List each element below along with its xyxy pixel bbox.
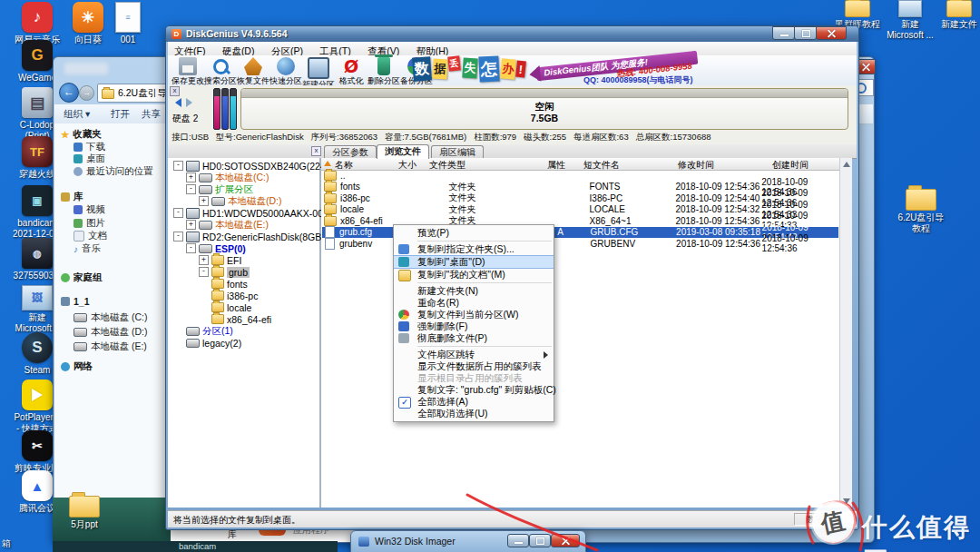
tree-item-extended[interactable]: -扩展分区 <box>186 183 253 195</box>
tree-item-partition1[interactable]: 分区(1) <box>186 325 233 337</box>
share-button[interactable]: 共享 <box>142 108 161 121</box>
close-button[interactable] <box>816 26 847 40</box>
printer-icon: ▤ <box>22 87 53 118</box>
tree-close-icon[interactable]: x <box>311 146 321 156</box>
tree-item-disk-d[interactable]: +本地磁盘(D:) <box>199 195 282 207</box>
disk-overview: x 硬盘 2 空闲 7.5GB 接口:USB 型号:GenericFlashDi… <box>168 85 857 145</box>
sidebar-downloads[interactable]: 下载 <box>74 141 105 153</box>
tree-item-legacy[interactable]: legacy(2) <box>186 337 241 349</box>
tree-item-efi[interactable]: +EFI <box>199 254 241 266</box>
document-icon <box>898 0 922 17</box>
folder-icon <box>102 89 114 99</box>
forward-button[interactable]: → <box>79 85 94 101</box>
tree-item-hd0[interactable]: -HD0:SOTOSSDXB240G(224GB) <box>173 160 342 172</box>
menu-item-wipe-delete[interactable]: 彻底删除文件(P) <box>394 332 554 344</box>
file-icon <box>325 238 335 250</box>
sidebar-homegroup[interactable]: 家庭组 <box>61 271 103 284</box>
back-button[interactable]: ← <box>59 83 79 103</box>
partition-bar-cyan[interactable] <box>230 88 237 130</box>
save-changes-button[interactable]: 保存更改 <box>172 57 204 85</box>
menu-item-rename[interactable]: 重命名(R) <box>394 297 554 309</box>
menu-item-preview[interactable]: 预览(P) <box>394 227 554 239</box>
desktop-icon-new-file[interactable]: 新建文件 <box>931 0 980 30</box>
desktop-icon-netease[interactable]: ♪ 网易云音乐 <box>9 2 65 45</box>
recover-files-button[interactable]: 恢复文件 <box>237 57 270 85</box>
drive-icon <box>74 342 87 351</box>
panel-close-icon[interactable]: x <box>170 86 180 96</box>
menu-item-force-delete[interactable]: 强制删除(F) <box>394 320 554 332</box>
desktop-icon-001[interactable]: ≡ 001 <box>100 2 156 45</box>
menu-item-copy-text[interactable]: 复制文字: "grub.cfg" 到剪贴板(C) <box>394 384 554 396</box>
collapse-icon[interactable]: - <box>173 161 183 171</box>
search-partition-button[interactable]: 搜索分区 <box>204 57 237 85</box>
image-file-icon: ◍ <box>22 238 53 269</box>
scroll-down-icon[interactable] <box>843 498 850 504</box>
sidebar-drive-e[interactable]: 本地磁盘 (E:) <box>74 340 147 353</box>
bandicam-titlebar-strip: bandicam <box>53 541 338 552</box>
sidebar-desktop[interactable]: 桌面 <box>74 153 105 165</box>
menu-item-copy-to-folder[interactable]: 复制到指定文件夹(S)... <box>394 243 554 255</box>
maximize-button[interactable] <box>794 26 817 40</box>
imager-app-icon <box>358 537 369 547</box>
scroll-up-icon[interactable] <box>843 162 850 167</box>
open-button[interactable]: 打开 <box>111 108 130 121</box>
menu-item-deselect-all[interactable]: 全部取消选择(U) <box>394 408 554 419</box>
titlebar[interactable]: D DiskGenius V4.9.6.564 <box>166 26 858 42</box>
tree-item-disk-c[interactable]: +本地磁盘(C:) <box>186 172 270 183</box>
promo-tile: 数 <box>412 56 432 81</box>
desktop-icon-new-microsoft[interactable]: 新建Microsoft ... <box>882 0 938 41</box>
imager-maximize-button[interactable] <box>529 534 551 547</box>
delete-partition-button[interactable]: 删除分区 <box>368 57 400 85</box>
tab-browse-files[interactable]: 浏览文件 <box>377 144 429 159</box>
videos-icon <box>74 205 83 214</box>
menu-item-sector-jump[interactable]: 文件扇区跳转 <box>394 349 554 360</box>
prev-disk-arrow[interactable] <box>175 98 181 107</box>
sidebar-documents[interactable]: 文档 <box>74 230 107 242</box>
menu-separator <box>417 346 552 347</box>
quick-partition-button[interactable]: 快速分区 <box>270 57 302 85</box>
minimize-button[interactable] <box>772 26 795 40</box>
sidebar-drive-d[interactable]: 本地磁盘 (D:) <box>74 326 147 339</box>
imager-minimize-button[interactable] <box>507 534 529 547</box>
format-button[interactable]: Ø格式化 <box>335 57 368 85</box>
organize-button[interactable]: 组织 ▾ <box>64 108 90 121</box>
tab-partition-params[interactable]: 分区参数 <box>324 145 377 159</box>
sidebar-computer[interactable]: 1_1 <box>61 296 90 307</box>
menu-item-copy-to-partition[interactable]: 复制文件到当前分区(W) <box>394 309 554 320</box>
sidebar-pictures[interactable]: 图片 <box>74 217 105 230</box>
free-space-block[interactable]: 空闲 7.5GB <box>240 88 848 130</box>
sidebar-videos[interactable]: 视频 <box>74 203 105 216</box>
desktop-icon-usb-boot-tutorial[interactable]: 6.2U盘引导教程 <box>893 182 949 234</box>
next-disk-arrow[interactable] <box>186 98 192 107</box>
sidebar-music[interactable]: ♪音乐 <box>74 242 101 255</box>
menu-item-copy-to-documents[interactable]: 复制到"我的文档"(M) <box>394 269 554 281</box>
win32-disk-imager-window[interactable]: Win32 Disk Imager <box>350 530 586 552</box>
menu-item-select-all[interactable]: ✓全部选择(A) <box>394 396 554 408</box>
tree-lib-label[interactable]: 库 <box>228 528 237 541</box>
tree-item-grub[interactable]: -grub <box>199 266 250 278</box>
file-list-header[interactable]: 名称 大小 文件类型 属性 短文件名 修改时间 创建时间 <box>321 158 839 171</box>
menu-item-show-root-clusters: 显示根目录占用的簇列表 <box>394 372 554 384</box>
promo-tile: ! <box>515 61 526 78</box>
partition-bar-blue[interactable] <box>221 88 229 130</box>
desktop-icon-may-ppt[interactable]: 5月ppt <box>56 496 113 530</box>
tree-item-x86-64-efi[interactable]: x86_64-efi <box>211 313 271 325</box>
save-icon <box>179 57 197 75</box>
sidebar-libraries[interactable]: 库 <box>61 191 83 203</box>
menu-item-new-folder[interactable]: 新建文件夹(N) <box>394 285 554 297</box>
pictures-icon <box>74 219 83 228</box>
tree-item-rd2[interactable]: -RD2:GenericFlashDisk(8GB) <box>173 231 325 242</box>
file-list-scrollbar[interactable] <box>839 158 852 508</box>
menu-item-show-cluster-list[interactable]: 显示文件数据所占用的簇列表 <box>394 360 554 372</box>
partition-bar-pink[interactable] <box>213 88 220 130</box>
new-partition-button[interactable]: 新建分区 <box>302 57 335 89</box>
tab-sector-edit[interactable]: 扇区编辑 <box>431 145 484 159</box>
tree-item-disk-e[interactable]: +本地磁盘(E:) <box>186 219 269 231</box>
window-title: DiskGenius V4.9.6.564 <box>186 28 287 39</box>
sidebar-network[interactable]: 网络 <box>61 360 93 373</box>
menu-item-copy-to-desktop[interactable]: 复制到"桌面"(D) <box>394 255 554 269</box>
sidebar-recent[interactable]: 最近访问的位置 <box>74 165 153 178</box>
sidebar-drive-c[interactable]: 本地磁盘 (C:) <box>74 311 147 324</box>
imager-close-button[interactable] <box>551 534 580 547</box>
sidebar-favorites[interactable]: ★收藏夹 <box>61 128 102 141</box>
